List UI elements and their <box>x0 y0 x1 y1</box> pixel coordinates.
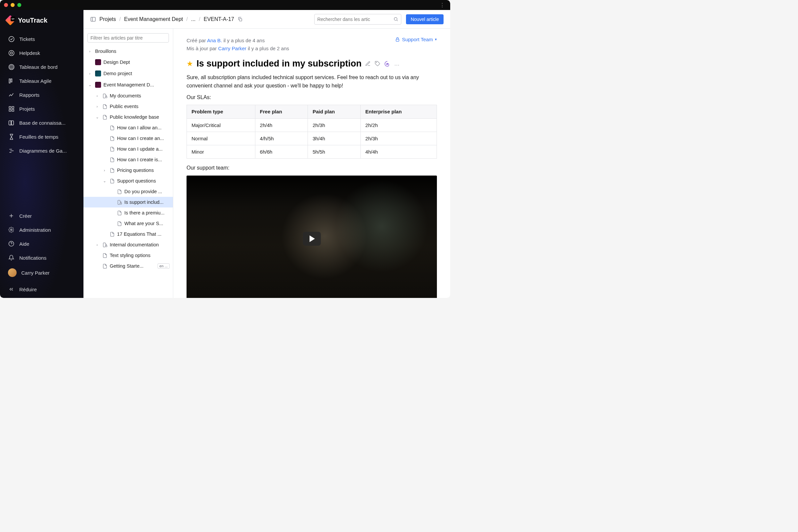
tree-item[interactable]: Is there a premiu... <box>83 208 173 218</box>
bell-icon <box>8 254 15 261</box>
tree-item[interactable]: Is support includ... <box>83 197 173 208</box>
window-close-icon[interactable] <box>4 3 8 7</box>
tree-item[interactable]: ›Pricing questions <box>83 165 173 175</box>
tree-filter-field[interactable] <box>91 35 166 41</box>
nav-user-profile[interactable]: Carry Parker <box>0 265 83 281</box>
play-icon <box>309 235 315 242</box>
tree-item[interactable]: ⌄Support questions <box>83 175 173 186</box>
document-icon <box>110 178 115 184</box>
collapse-sidebar-button[interactable]: Réduire <box>0 281 83 298</box>
expand-toggle[interactable]: › <box>94 104 100 108</box>
breadcrumb: Projets / Event Management Dept / ... / … <box>90 16 309 22</box>
expand-toggle[interactable]: › <box>94 243 100 247</box>
sidebar: YT YouTrack TicketsHelpdeskTableaux de b… <box>0 10 83 298</box>
tree-item[interactable]: ⌄Event Management D... <box>83 79 173 91</box>
expand-toggle[interactable]: › <box>94 94 100 98</box>
window-maximize-icon[interactable] <box>17 3 21 7</box>
tree-item[interactable]: How can I update a... <box>83 144 173 154</box>
svg-rect-7 <box>11 79 12 82</box>
breadcrumb-dept[interactable]: Event Management Dept <box>124 16 183 22</box>
copy-icon[interactable] <box>238 17 243 22</box>
nav-item-8[interactable]: Diagrammes de Ga... <box>0 144 83 158</box>
article-tree-icon[interactable] <box>90 16 96 22</box>
expand-toggle[interactable]: › <box>101 168 108 172</box>
tree-item[interactable]: ›Demo project <box>83 68 173 79</box>
table-row: Normal4/h/5h3h/4h2h/3h <box>187 132 437 145</box>
nav-item-2[interactable]: Tableaux de bord <box>0 60 83 74</box>
columns-icon <box>8 77 15 84</box>
svg-rect-22 <box>106 96 107 98</box>
tree-item[interactable]: Getting Starte...en ... <box>83 261 173 271</box>
nav-item-3[interactable]: Tableaux Agile <box>0 74 83 88</box>
document-icon <box>117 210 122 215</box>
nav-item-4[interactable]: Rapports <box>0 88 83 102</box>
nav-item-7[interactable]: Feuilles de temps <box>0 130 83 144</box>
tree-item[interactable]: How can I create an... <box>83 133 173 144</box>
visibility-dropdown[interactable]: Support Team ▾ <box>395 37 437 42</box>
expand-toggle[interactable]: ⌄ <box>101 179 108 183</box>
tree-item[interactable]: Design Dept <box>83 57 173 68</box>
more-icon[interactable]: … <box>394 61 400 67</box>
created-by-user[interactable]: Ana B. <box>207 38 222 43</box>
app-logo[interactable]: YT YouTrack <box>0 16 83 32</box>
document-locked-icon <box>102 242 108 247</box>
locale-badge[interactable]: en ... <box>158 263 170 269</box>
search-input[interactable] <box>314 14 401 25</box>
tag-icon[interactable] <box>375 61 380 67</box>
header: Projets / Event Management Dept / ... / … <box>83 10 450 28</box>
sla-table: Problem typeFree planPaid planEnterprise… <box>187 105 437 158</box>
table-header: Paid plan <box>308 105 361 118</box>
tree-item[interactable]: What are your S... <box>83 218 173 229</box>
expand-toggle[interactable]: › <box>87 49 93 53</box>
tree-item[interactable]: How can I create is... <box>83 154 173 165</box>
expand-toggle[interactable]: ⌄ <box>94 115 100 119</box>
tree-item[interactable]: ⌄Public knowledge base <box>83 112 173 122</box>
star-icon[interactable]: ★ <box>187 59 193 68</box>
svg-point-0 <box>8 36 14 41</box>
sla-label: Our SLAs: <box>187 93 437 102</box>
tree-item[interactable]: 17 Equations That ... <box>83 229 173 240</box>
nav-item-6[interactable]: Base de connaissa... <box>0 116 83 130</box>
nav-item-5[interactable]: Projets <box>0 102 83 116</box>
expand-toggle[interactable]: › <box>87 72 93 75</box>
tree-item[interactable]: ›Brouillons <box>83 46 173 57</box>
nav-item-1[interactable]: Helpdesk <box>0 46 83 60</box>
window-minimize-icon[interactable] <box>11 3 15 7</box>
grid-icon <box>8 106 15 112</box>
tree-item[interactable]: How can I allow an... <box>83 122 173 133</box>
nav-item-0[interactable]: Tickets <box>0 32 83 46</box>
tree-item[interactable]: ›Internal documentation <box>83 240 173 250</box>
tree-item[interactable]: ›Public events <box>83 101 173 112</box>
edit-icon[interactable] <box>365 61 371 67</box>
play-button[interactable] <box>303 232 321 246</box>
breadcrumb-article-id[interactable]: EVENT-A-17 <box>204 16 234 22</box>
nav-help[interactable]: Aide <box>0 237 83 251</box>
document-locked-icon <box>117 200 122 205</box>
ai-icon[interactable] <box>384 61 391 67</box>
svg-rect-10 <box>9 109 11 111</box>
updated-by-user[interactable]: Carry Parker <box>218 45 246 51</box>
search-field[interactable] <box>317 17 391 22</box>
lock-icon <box>395 37 400 42</box>
document-icon <box>110 136 115 141</box>
breadcrumb-projects[interactable]: Projets <box>99 16 116 22</box>
svg-point-26 <box>376 62 376 62</box>
tree-item[interactable]: ›My documents <box>83 91 173 101</box>
breadcrumb-ellipsis[interactable]: ... <box>191 16 195 22</box>
expand-toggle[interactable]: ⌄ <box>87 83 93 87</box>
check-circle-icon <box>8 36 15 42</box>
search-icon <box>393 17 398 22</box>
support-team-label: Our support team: <box>187 164 437 172</box>
window-menu-icon[interactable]: ⋮ <box>440 2 446 8</box>
tree-item[interactable]: Do you provide ... <box>83 186 173 197</box>
new-article-button[interactable]: Nouvel article <box>406 14 443 24</box>
create-button[interactable]: Créer <box>0 209 83 223</box>
tree-item[interactable]: Text styling options <box>83 250 173 261</box>
nav-notifications[interactable]: Notifications <box>0 251 83 265</box>
svg-point-5 <box>11 66 12 67</box>
svg-rect-6 <box>9 79 10 83</box>
document-icon <box>117 221 122 226</box>
video-player[interactable] <box>187 175 437 298</box>
nav-administration[interactable]: Administration <box>0 223 83 237</box>
tree-filter-input[interactable] <box>88 33 169 42</box>
